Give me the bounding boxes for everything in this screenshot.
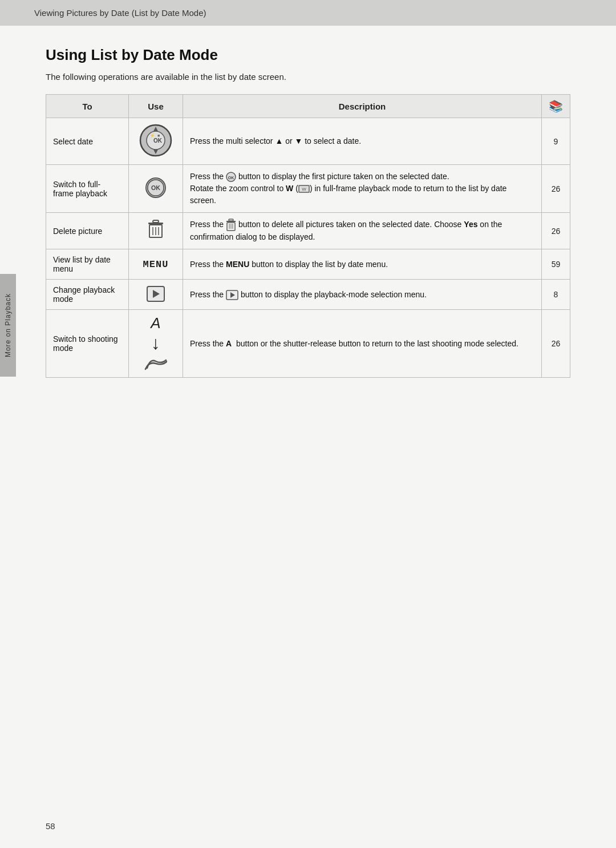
- svg-text:OK: OK: [151, 184, 160, 191]
- table-row: Change playback mode Press the button to…: [46, 280, 570, 310]
- trash-icon: [147, 219, 164, 243]
- arrow-down-icon: ↓: [151, 334, 160, 352]
- header-book: 📚: [542, 95, 570, 118]
- row-use-select-date: ⚡ OK ■: [129, 118, 183, 165]
- ok-inline-icon: OK: [226, 172, 236, 182]
- svg-text:OK: OK: [228, 176, 234, 180]
- svg-text:■: ■: [157, 134, 160, 138]
- row-use-delete: [129, 213, 183, 249]
- table-row: Switch to shooting mode A ↓: [46, 310, 570, 378]
- wide-icon: W: [298, 185, 310, 193]
- svg-rect-20: [229, 219, 233, 221]
- row-to-delete: Delete picture: [46, 213, 129, 249]
- row-page-select-date: 9: [542, 118, 570, 165]
- table-header-row: To Use Description 📚: [46, 95, 570, 118]
- row-page-delete: 26: [542, 213, 570, 249]
- row-page-fullframe: 26: [542, 165, 570, 213]
- table-row: View list by date menu MENU Press the ME…: [46, 249, 570, 280]
- svg-text:W: W: [302, 187, 306, 192]
- row-desc-playback: Press the button to display the playback…: [183, 280, 542, 310]
- row-desc-menu: Press the MENU button to display the lis…: [183, 249, 542, 280]
- ok-svg: OK: [147, 177, 165, 198]
- sidebar-tab: More on Playback: [0, 274, 16, 377]
- table-row: Switch to full-frame playback OK Press t…: [46, 165, 570, 213]
- row-page-playback: 8: [542, 280, 570, 310]
- row-use-shooting: A ↓: [129, 310, 183, 378]
- row-to-shooting: Switch to shooting mode: [46, 310, 129, 378]
- row-desc-shooting: Press the A button or the shutter-releas…: [183, 310, 542, 378]
- header-description: Description: [183, 95, 542, 118]
- intro-text: The following operations are available i…: [46, 72, 570, 82]
- row-use-fullframe: OK: [129, 165, 183, 213]
- book-icon: 📚: [549, 100, 563, 112]
- page-number: 58: [46, 821, 55, 831]
- row-desc-delete: Press the button to delete all pictures …: [183, 213, 542, 249]
- table-row: Select date: [46, 118, 570, 165]
- dial-container: ⚡ OK ■: [139, 124, 172, 157]
- multi-selector-icon: ⚡ OK ■: [139, 124, 172, 157]
- a-button-icon: A: [151, 316, 160, 330]
- trash-inline-icon: [226, 219, 236, 231]
- svg-text:OK: OK: [153, 138, 163, 144]
- header-use: Use: [129, 95, 183, 118]
- operations-table: To Use Description 📚 Select date: [46, 94, 570, 378]
- row-page-shooting: 26: [542, 310, 570, 378]
- menu-text-icon: MENU: [143, 259, 169, 270]
- page: Viewing Pictures by Date (List by Date M…: [0, 0, 616, 848]
- row-use-menu: MENU: [129, 249, 183, 280]
- table-row: Delete picture: [46, 213, 570, 249]
- ok-circle-icon: OK: [145, 177, 166, 198]
- shutter-release-svg: [144, 356, 167, 371]
- row-to-playback: Change playback mode: [46, 280, 129, 310]
- row-page-menu: 59: [542, 249, 570, 280]
- switch-shooting-icons: A ↓: [136, 316, 176, 371]
- row-desc-fullframe: Press the OK button to display the first…: [183, 165, 542, 213]
- dial-svg: ⚡ OK ■: [139, 124, 172, 157]
- main-content: Using List by Date Mode The following op…: [0, 26, 616, 848]
- breadcrumb: Viewing Pictures by Date (List by Date M…: [0, 0, 616, 26]
- playback-inline-icon: [226, 290, 238, 300]
- breadcrumb-text: Viewing Pictures by Date (List by Date M…: [34, 8, 206, 18]
- row-desc-select-date: Press the multi selector ▲ or ▼ to selec…: [183, 118, 542, 165]
- row-to-select-date: Select date: [46, 118, 129, 165]
- row-to-fullframe: Switch to full-frame playback: [46, 165, 129, 213]
- row-to-menu: View list by date menu: [46, 249, 129, 280]
- sidebar-label: More on Playback: [4, 293, 12, 357]
- playback-button-icon: [147, 294, 165, 304]
- svg-rect-14: [153, 220, 159, 223]
- page-title: Using List by Date Mode: [46, 46, 570, 64]
- header-to: To: [46, 95, 129, 118]
- trash-svg: [147, 219, 164, 239]
- row-use-playback: [129, 280, 183, 310]
- playback-svg: [147, 286, 165, 302]
